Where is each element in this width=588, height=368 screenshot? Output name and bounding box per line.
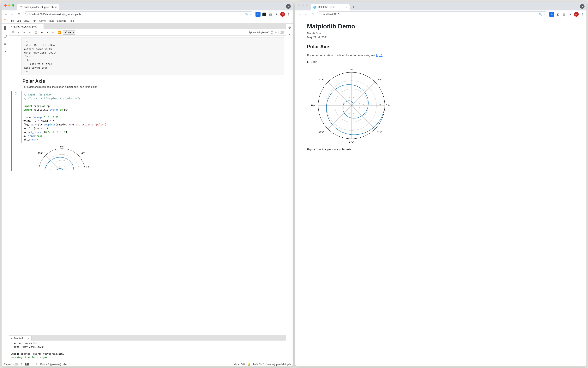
window-controls bbox=[4, 4, 14, 7]
notebook-body[interactable]: --- title: Matplotlib Demo author: Norah… bbox=[9, 36, 286, 335]
profile-avatar[interactable]: JJ bbox=[574, 12, 579, 17]
forward-button[interactable]: → bbox=[303, 12, 309, 17]
reload-button[interactable]: ⟳ bbox=[16, 12, 22, 17]
running-kernels-icon[interactable]: ◯ bbox=[3, 34, 7, 38]
status-simple: Simple bbox=[3, 363, 11, 366]
extensions-puzzle-icon[interactable]: ✦ bbox=[274, 12, 279, 17]
menu-file[interactable]: File bbox=[10, 19, 14, 22]
chrome-menu-icon[interactable]: ⋮ bbox=[286, 12, 291, 17]
new-tab-button[interactable]: + bbox=[60, 4, 66, 10]
reader-extension-icon[interactable]: ▤ bbox=[562, 12, 567, 17]
search-tabs-button[interactable] bbox=[286, 4, 291, 9]
minimize-window-button[interactable] bbox=[8, 4, 10, 7]
menu-settings[interactable]: Settings bbox=[57, 19, 66, 22]
notebook-tab[interactable]: quarto-jupyterlab.ipynb × bbox=[9, 24, 44, 29]
terminal-tab-title: Terminal 1 bbox=[14, 337, 25, 340]
omnibox[interactable]: ⓘ localhost:6916 🔍 ☆ bbox=[317, 11, 548, 17]
browser-tab[interactable]: 🌐 Matplotlib Demo × bbox=[311, 4, 349, 10]
omnibox[interactable]: ⓘ localhost:8888/lab/tree/quarto-jupyter… bbox=[23, 11, 254, 17]
debug-toggle[interactable] bbox=[278, 31, 284, 34]
chrome-menu-icon[interactable]: ⋮ bbox=[580, 12, 585, 17]
site-info-icon[interactable]: ⓘ bbox=[25, 13, 28, 16]
maximize-window-button[interactable] bbox=[306, 4, 308, 7]
menu-view[interactable]: View bbox=[23, 19, 29, 22]
close-tab-icon[interactable]: × bbox=[346, 6, 347, 9]
bookmark-icon[interactable]: ☆ bbox=[250, 13, 252, 16]
close-window-button[interactable] bbox=[298, 4, 300, 7]
menu-help[interactable]: Help bbox=[69, 19, 74, 22]
cell-collapser[interactable] bbox=[11, 91, 12, 143]
svg-text:270°: 270° bbox=[349, 140, 354, 143]
save-icon[interactable]: 🖫 bbox=[11, 31, 15, 34]
close-tab-icon[interactable]: × bbox=[55, 6, 57, 9]
maximize-window-button[interactable] bbox=[12, 4, 14, 7]
raw-cell[interactable]: --- title: Matplotlib Demo author: Norah… bbox=[21, 37, 284, 75]
status-kernel[interactable]: Python 3 (ipykernel) | Idle bbox=[40, 363, 67, 366]
fig-ref-link[interactable]: fig. 1 bbox=[376, 54, 383, 57]
minimize-window-button[interactable] bbox=[302, 4, 304, 7]
code-editor[interactable]: #| label: fig-polar #| fig.cap: A line p… bbox=[21, 91, 284, 143]
celltype-select[interactable]: Code bbox=[63, 30, 75, 35]
notebook-icon bbox=[11, 26, 12, 27]
bookmark-icon[interactable]: ☆ bbox=[544, 13, 546, 16]
cut-icon[interactable]: ✂ bbox=[22, 31, 26, 34]
status-cursor[interactable]: Ln 3, Col 1 bbox=[253, 363, 264, 366]
new-tab-button[interactable]: + bbox=[351, 4, 356, 10]
jupyter-right-sidebar: ⚙︎ ⌁ bbox=[286, 24, 293, 362]
jupyter-logo-icon[interactable] bbox=[3, 19, 7, 23]
browser-tab[interactable]: quarto-jupyterl - JupyterLab × bbox=[17, 4, 59, 10]
terminal-tab[interactable]: ⌑ Terminal 1 × bbox=[9, 336, 31, 340]
run-all-icon[interactable]: ⏩ bbox=[57, 31, 61, 34]
status-bar: Simple 1 $_ 1 ⚠ Python 3 (ipykernel) | I… bbox=[1, 362, 293, 367]
close-window-button[interactable] bbox=[4, 4, 7, 7]
close-terminal-icon[interactable]: × bbox=[28, 337, 29, 340]
insert-cell-icon[interactable]: + bbox=[17, 31, 20, 34]
reader-extension-icon[interactable]: ▤ bbox=[268, 12, 273, 17]
zoom-icon[interactable]: 🔍 bbox=[245, 13, 248, 16]
url-text: localhost:8888/lab/tree/quarto-jupyterla… bbox=[29, 13, 81, 16]
profile-avatar[interactable]: JJ bbox=[280, 12, 285, 17]
kernel-indicator-icon[interactable]: ⚙︎ bbox=[275, 31, 277, 34]
simple-toggle[interactable] bbox=[13, 363, 18, 366]
stop-icon[interactable]: ■ bbox=[46, 31, 49, 34]
back-button[interactable]: ← bbox=[297, 12, 302, 17]
notification-bell-icon[interactable]: 🔔 bbox=[248, 363, 251, 366]
status-path: quarto-jupyterlab.ipynb bbox=[267, 363, 291, 366]
run-icon[interactable]: ▶ bbox=[40, 31, 44, 34]
site-info-icon[interactable]: ⓘ bbox=[319, 13, 321, 16]
zoom-extension-icon[interactable]: ⎚ bbox=[549, 12, 554, 17]
output-collapser[interactable] bbox=[11, 143, 12, 171]
md-heading: Polar Axis bbox=[22, 78, 284, 84]
menu-run[interactable]: Run bbox=[31, 19, 36, 22]
notification-icon[interactable]: ⚠ bbox=[35, 363, 38, 366]
menu-kernel[interactable]: Kernel bbox=[39, 19, 46, 22]
restart-icon[interactable]: ⟳ bbox=[51, 31, 55, 34]
close-doc-tab-icon[interactable]: × bbox=[40, 25, 42, 28]
zoom-icon[interactable]: 🔍 bbox=[539, 13, 542, 16]
markdown-cell[interactable]: Polar Axis For a demonstration of a line… bbox=[22, 78, 284, 88]
copy-icon[interactable]: ⧉ bbox=[28, 31, 32, 34]
extension-manager-icon[interactable]: ✦ bbox=[3, 49, 7, 53]
property-inspector-icon[interactable]: ⚙︎ bbox=[288, 26, 291, 30]
menu-tabs[interactable]: Tabs bbox=[49, 19, 54, 22]
extensions-puzzle-icon[interactable]: ✦ bbox=[568, 12, 573, 17]
zoom-extension-icon[interactable]: ⎚ bbox=[255, 12, 260, 17]
paste-icon[interactable]: 📋 bbox=[34, 31, 38, 34]
debugger-icon[interactable]: ⌁ bbox=[289, 33, 290, 36]
toc-icon[interactable]: ≣ bbox=[3, 41, 7, 46]
code-fold-toggle[interactable]: ▶ Code bbox=[307, 60, 575, 63]
menu-edit[interactable]: Edit bbox=[17, 19, 21, 22]
back-button[interactable]: ← bbox=[3, 12, 9, 17]
kernel-name[interactable]: Python 3 (ipykernel) bbox=[249, 31, 269, 34]
reload-button[interactable]: ⟳ bbox=[310, 12, 316, 17]
code-cell[interactable]: [2]: #| label: fig-polar #| fig.cap: A l… bbox=[11, 91, 284, 143]
terminal-status-icon[interactable]: $_ bbox=[25, 363, 29, 366]
forward-button[interactable]: → bbox=[10, 12, 15, 17]
extension-icon[interactable]: ◧ bbox=[556, 12, 560, 17]
file-browser-icon[interactable]: ▉ bbox=[3, 26, 7, 30]
rendered-page[interactable]: Matplotlib Demo Norah Smith May 22nd, 20… bbox=[295, 18, 587, 367]
terminal[interactable]: author: Norah Smith date: 'May 22nd, 202… bbox=[9, 340, 286, 362]
extension-icon[interactable] bbox=[262, 12, 267, 17]
status-mode[interactable]: Mode: Edit bbox=[234, 363, 245, 366]
search-tabs-button[interactable] bbox=[580, 4, 585, 9]
